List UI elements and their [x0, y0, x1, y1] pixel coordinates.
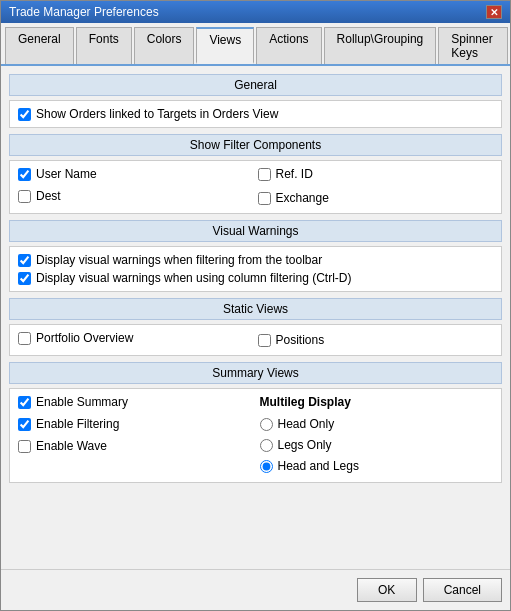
warnings-section-header: Visual Warnings — [9, 220, 502, 242]
summary-checkbox-2[interactable] — [18, 440, 31, 453]
main-window: Trade Manager Preferences ✕ General Font… — [0, 0, 511, 611]
summary-item-2: Enable Wave — [18, 439, 252, 453]
summary-label-0: Enable Summary — [36, 395, 128, 409]
radio-row-0: Head Only — [260, 417, 494, 431]
static-section-body: Portfolio Overview Positions — [9, 324, 502, 356]
tab-bar: General Fonts Colors Views Actions Rollu… — [1, 23, 510, 66]
warning-checkbox-1[interactable] — [18, 254, 31, 267]
summary-section: Summary Views Enable Summary Enable Filt… — [9, 362, 502, 483]
window-title: Trade Manager Preferences — [9, 5, 159, 19]
show-orders-checkbox[interactable] — [18, 108, 31, 121]
filter-label-2: Dest — [36, 189, 61, 203]
warning-label-1: Display visual warnings when filtering f… — [36, 253, 322, 267]
filter-checkbox-0[interactable] — [18, 168, 31, 181]
summary-item-1: Enable Filtering — [18, 417, 252, 431]
warning-row-1: Display visual warnings when filtering f… — [18, 253, 493, 267]
tab-general[interactable]: General — [5, 27, 74, 64]
filter-section-body: User Name Ref. ID Dest Exchange — [9, 160, 502, 214]
static-label-0: Portfolio Overview — [36, 331, 133, 345]
warning-label-2: Display visual warnings when using colum… — [36, 271, 351, 285]
show-orders-row: Show Orders linked to Targets in Orders … — [18, 107, 493, 121]
static-item-1: Positions — [258, 331, 494, 349]
warning-row-2: Display visual warnings when using colum… — [18, 271, 493, 285]
static-grid: Portfolio Overview Positions — [18, 331, 493, 349]
title-bar: Trade Manager Preferences ✕ — [1, 1, 510, 23]
warning-blue-1: when filtering from the toolbar — [164, 253, 322, 267]
static-item-0: Portfolio Overview — [18, 331, 254, 345]
filter-item-3: Exchange — [258, 189, 494, 207]
radio-row-1: Legs Only — [260, 438, 494, 452]
radio-head-and-legs[interactable] — [260, 460, 273, 473]
tab-fonts[interactable]: Fonts — [76, 27, 132, 64]
radio-head-only[interactable] — [260, 418, 273, 431]
tab-views[interactable]: Views — [196, 27, 254, 64]
radio-row-2: Head and Legs — [260, 459, 494, 473]
summary-label-1: Enable Filtering — [36, 417, 119, 431]
close-button[interactable]: ✕ — [486, 5, 502, 19]
tab-actions[interactable]: Actions — [256, 27, 321, 64]
warning-checkbox-2[interactable] — [18, 272, 31, 285]
summary-item-0: Enable Summary — [18, 395, 252, 409]
summary-section-body: Enable Summary Enable Filtering Enable W… — [9, 388, 502, 483]
filter-label-0: User Name — [36, 167, 97, 181]
static-section: Static Views Portfolio Overview Position… — [9, 298, 502, 356]
filter-item-2: Dest — [18, 189, 254, 203]
summary-body: Enable Summary Enable Filtering Enable W… — [18, 395, 493, 476]
tab-spinner[interactable]: Spinner Keys — [438, 27, 508, 64]
static-label-1: Positions — [276, 333, 325, 347]
filter-checkbox-1[interactable] — [258, 168, 271, 181]
summary-label-2: Enable Wave — [36, 439, 107, 453]
warning-blue-2: when using column filtering (Ctrl-D) — [164, 271, 351, 285]
radio-legs-only[interactable] — [260, 439, 273, 452]
static-checkbox-1[interactable] — [258, 334, 271, 347]
radio-label-0: Head Only — [278, 417, 335, 431]
ok-button[interactable]: OK — [357, 578, 417, 602]
static-section-header: Static Views — [9, 298, 502, 320]
multileg-title: Multileg Display — [260, 395, 494, 409]
filter-section: Show Filter Components User Name Ref. ID… — [9, 134, 502, 214]
filter-grid: User Name Ref. ID Dest Exchange — [18, 167, 493, 207]
filter-checkbox-3[interactable] — [258, 192, 271, 205]
filter-section-header: Show Filter Components — [9, 134, 502, 156]
radio-label-2: Head and Legs — [278, 459, 359, 473]
radio-label-1: Legs Only — [278, 438, 332, 452]
warnings-section: Visual Warnings Display visual warnings … — [9, 220, 502, 292]
summary-checkbox-0[interactable] — [18, 396, 31, 409]
tab-rollup[interactable]: Rollup\Grouping — [324, 27, 437, 64]
summary-checkbox-1[interactable] — [18, 418, 31, 431]
tab-colors[interactable]: Colors — [134, 27, 195, 64]
summary-left: Enable Summary Enable Filtering Enable W… — [18, 395, 252, 476]
warnings-section-body: Display visual warnings when filtering f… — [9, 246, 502, 292]
cancel-button[interactable]: Cancel — [423, 578, 502, 602]
filter-item-1: Ref. ID — [258, 167, 494, 181]
filter-label-3: Exchange — [276, 191, 329, 205]
footer: OK Cancel — [1, 569, 510, 610]
show-orders-label: Show Orders linked to Targets in Orders … — [36, 107, 278, 121]
general-section-header: General — [9, 74, 502, 96]
summary-right: Multileg Display Head Only Legs Only Hea… — [252, 395, 494, 476]
summary-section-header: Summary Views — [9, 362, 502, 384]
filter-item-0: User Name — [18, 167, 254, 181]
views-content: General Show Orders linked to Targets in… — [1, 66, 510, 569]
static-checkbox-0[interactable] — [18, 332, 31, 345]
general-section: General Show Orders linked to Targets in… — [9, 74, 502, 128]
general-section-body: Show Orders linked to Targets in Orders … — [9, 100, 502, 128]
filter-checkbox-2[interactable] — [18, 190, 31, 203]
filter-label-1: Ref. ID — [276, 167, 313, 181]
